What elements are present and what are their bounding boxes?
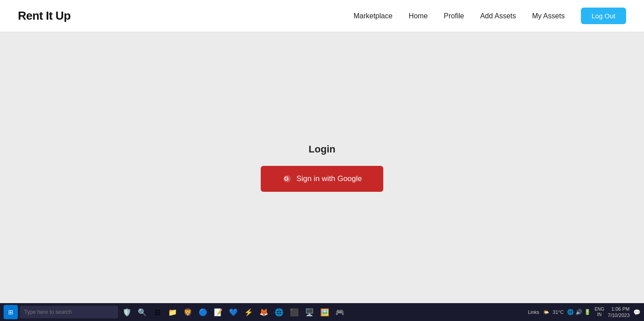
notification-icon[interactable]: 💬 <box>633 309 640 316</box>
nav-link-marketplace[interactable]: Marketplace <box>353 12 392 20</box>
taskbar-app-firefox[interactable]: 🦊 <box>257 305 271 319</box>
taskbar-date-value: 7/10/2023 <box>608 312 630 318</box>
logout-button[interactable]: Log Out <box>581 8 626 24</box>
taskbar-datetime: 1:06 PM 7/10/2023 <box>608 306 630 319</box>
navbar: Rent It Up Marketplace Home Profile Add … <box>0 0 644 32</box>
start-button[interactable]: ⊞ <box>4 305 18 319</box>
taskbar-app-terminal[interactable]: ⬛ <box>287 305 301 319</box>
taskbar-apps: 🛡️ 🔍 ⊟ 📁 🦁 🔵 📝 💙 ⚡ 🦊 🌐 ⬛ 🖥️ 🖼️ 🎮 <box>120 305 526 319</box>
taskbar-app-norton[interactable]: 🛡️ <box>120 305 134 319</box>
taskbar-app-task-view[interactable]: ⊟ <box>150 305 165 319</box>
nav-link-home[interactable]: Home <box>409 12 428 20</box>
nav-link-my-assets[interactable]: My Assets <box>532 12 565 20</box>
battery-icon[interactable]: 🔋 <box>584 309 591 315</box>
taskbar-links-label: Links <box>528 309 539 315</box>
taskbar-time-value: 1:06 PM <box>608 306 630 312</box>
taskbar-right: Links 🌤️ 31°C 🌐 🔊 🔋 ENG IN 1:06 PM 7/10/… <box>528 306 640 319</box>
sign-in-button-label: Sign in with Google <box>297 174 362 183</box>
sound-icon[interactable]: 🔊 <box>576 309 582 315</box>
login-title: Login <box>309 144 335 155</box>
taskbar-search-input[interactable] <box>20 306 118 318</box>
taskbar-system-icons: 🌐 🔊 🔋 <box>567 309 591 315</box>
taskbar: ⊞ 🛡️ 🔍 ⊟ 📁 🦁 🔵 📝 💙 ⚡ 🦊 🌐 ⬛ 🖥️ 🖼️ 🎮 Links… <box>0 303 644 321</box>
google-icon: G <box>282 174 292 184</box>
brand-logo[interactable]: Rent It Up <box>18 9 71 23</box>
taskbar-app-vscode[interactable]: 💙 <box>226 305 241 319</box>
taskbar-app-game[interactable]: 🎮 <box>333 305 347 319</box>
sign-in-with-google-button[interactable]: G Sign in with Google <box>261 166 383 192</box>
taskbar-app-edge[interactable]: 🌐 <box>272 305 286 319</box>
main-content: Login G Sign in with Google <box>0 32 644 303</box>
svg-text:G: G <box>284 175 288 182</box>
taskbar-app-search[interactable]: 🔍 <box>135 305 149 319</box>
nav-link-profile[interactable]: Profile <box>444 12 464 20</box>
taskbar-temperature: 31°C <box>553 309 564 315</box>
network-icon[interactable]: 🌐 <box>567 309 574 315</box>
taskbar-app-chrome[interactable]: 🔵 <box>196 305 210 319</box>
taskbar-app-brave[interactable]: 🦁 <box>181 305 195 319</box>
language-indicator[interactable]: ENG IN <box>594 307 604 317</box>
taskbar-app-photos[interactable]: 🖼️ <box>318 305 332 319</box>
taskbar-weather-icon: 🌤️ <box>543 309 549 315</box>
taskbar-app-cmd[interactable]: 🖥️ <box>302 305 317 319</box>
taskbar-app-warp[interactable]: ⚡ <box>242 305 256 319</box>
nav-link-add-assets[interactable]: Add Assets <box>480 12 516 20</box>
taskbar-app-files[interactable]: 📁 <box>165 305 180 319</box>
taskbar-app-notion[interactable]: 📝 <box>211 305 225 319</box>
nav-links: Marketplace Home Profile Add Assets My A… <box>353 8 626 24</box>
